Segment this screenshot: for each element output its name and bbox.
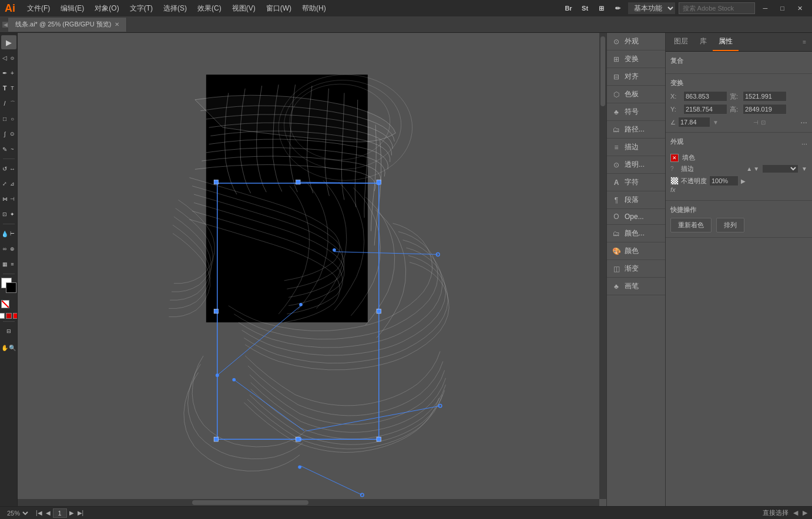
- angle-dropdown-icon[interactable]: ▼: [713, 119, 719, 126]
- panel-stroke[interactable]: ≡ 描边: [607, 139, 665, 156]
- menu-effect[interactable]: 效果(C): [193, 2, 226, 15]
- horizontal-scrollbar[interactable]: [18, 499, 599, 506]
- stroke-down-icon[interactable]: ▼: [753, 166, 759, 172]
- stroke-swatch[interactable]: [6, 282, 16, 293]
- prev-page-button[interactable]: ◀: [45, 510, 52, 516]
- panel-paragraph[interactable]: ¶ 段落: [607, 191, 665, 209]
- constrain-proportions-icon[interactable]: ⊣: [753, 119, 759, 126]
- transform-options-icon[interactable]: ⊡: [761, 119, 766, 126]
- canvas-area[interactable]: [18, 33, 606, 506]
- zoom-tool[interactable]: 🔍: [9, 341, 16, 355]
- angle-input[interactable]: [678, 117, 710, 127]
- recolor-button[interactable]: 重新着色: [670, 218, 712, 232]
- blob-tool[interactable]: ⊙: [9, 127, 16, 141]
- search-input[interactable]: [679, 2, 755, 14]
- menu-view[interactable]: 视图(V): [227, 2, 260, 15]
- menu-edit[interactable]: 编辑(E): [56, 2, 89, 15]
- no-fill-icon[interactable]: [1, 300, 9, 308]
- free-transform-tool[interactable]: ⊡: [1, 207, 8, 221]
- vertical-scrollbar[interactable]: [599, 33, 606, 499]
- panel-collapse[interactable]: ◀: [2, 22, 8, 28]
- scroll-thumb-h[interactable]: [192, 500, 308, 505]
- menu-file[interactable]: 文件(F): [22, 2, 55, 15]
- mini-red-swatch[interactable]: [6, 313, 12, 319]
- panel-character[interactable]: A 字符: [607, 174, 665, 191]
- menu-select[interactable]: 选择(S): [159, 2, 192, 15]
- close-button[interactable]: ✕: [793, 5, 807, 12]
- pencil-tool[interactable]: ✎: [1, 142, 8, 156]
- rotate-tool[interactable]: ↺: [1, 161, 8, 176]
- appearance-three-dots[interactable]: ···: [801, 140, 807, 148]
- mini-white-swatch[interactable]: [0, 313, 5, 319]
- panel-appearance[interactable]: ⊙ 外观: [607, 33, 665, 50]
- tool-arrow-left-icon[interactable]: ◀: [793, 509, 798, 517]
- maximize-button[interactable]: □: [776, 5, 789, 12]
- stroke-select[interactable]: [763, 165, 798, 173]
- add-anchor-tool[interactable]: +: [9, 66, 16, 80]
- y-input[interactable]: [683, 104, 727, 114]
- menu-type[interactable]: 文字(T): [125, 2, 157, 15]
- panel-transform[interactable]: ⊞ 变换: [607, 50, 665, 68]
- tab-library[interactable]: 库: [694, 33, 713, 51]
- shear-tool[interactable]: ⊿: [9, 177, 16, 191]
- last-page-button[interactable]: ▶|: [76, 510, 85, 516]
- arrange-button[interactable]: 排列: [716, 218, 744, 232]
- tool-arrow-right-icon[interactable]: ▶: [803, 509, 807, 517]
- transform-three-dots[interactable]: ···: [800, 117, 807, 127]
- pen-tool[interactable]: ✒: [1, 66, 8, 80]
- panel-opentype[interactable]: O Ope...: [607, 209, 665, 225]
- tab-close-icon[interactable]: ✕: [115, 21, 119, 28]
- warp-tool[interactable]: ⋈: [1, 192, 8, 206]
- smooth-tool[interactable]: ~: [9, 142, 16, 156]
- document-tab[interactable]: 线条.ai* @ 25% (RGB/GPU 预览) ✕: [8, 18, 127, 32]
- next-page-button[interactable]: ▶: [68, 510, 75, 516]
- reflect-tool[interactable]: ↔: [9, 161, 16, 176]
- ellipse-tool[interactable]: ○: [9, 112, 16, 126]
- lasso-tool[interactable]: ⌾: [9, 50, 16, 65]
- scroll-thumb-v[interactable]: [600, 36, 605, 106]
- blend-tool[interactable]: ∞: [1, 242, 8, 256]
- panel-pathfinder[interactable]: 🗂 路径...: [607, 121, 665, 139]
- hand-tool[interactable]: ✋: [1, 341, 8, 355]
- width-tool[interactable]: ⊣: [9, 192, 16, 206]
- pen-icon[interactable]: ✏: [612, 2, 625, 15]
- bridge-icon[interactable]: Br: [562, 2, 575, 15]
- panel-transparency[interactable]: ⊙ 透明...: [607, 156, 665, 174]
- opacity-arrow-icon[interactable]: ▶: [741, 178, 746, 184]
- tab-layers[interactable]: 图层: [668, 33, 694, 51]
- panel-gradient[interactable]: ◫ 渐变: [607, 260, 665, 278]
- panel-symbols[interactable]: ♣ 符号: [607, 103, 665, 121]
- puppet-warp-tool[interactable]: ✦: [9, 207, 16, 221]
- fill-swatch-icon[interactable]: ✕: [670, 154, 679, 162]
- type-tool[interactable]: T: [1, 81, 8, 95]
- stock-icon[interactable]: St: [579, 2, 592, 15]
- selection-tool[interactable]: ▶: [1, 35, 16, 49]
- panel-align[interactable]: ⊟ 对齐: [607, 68, 665, 86]
- arrange-icon[interactable]: ⊞: [595, 2, 608, 15]
- bar-graph-tool[interactable]: ≡: [9, 257, 16, 271]
- rectangle-tool[interactable]: □: [1, 112, 8, 126]
- type-vertical-tool[interactable]: T: [9, 81, 16, 95]
- tab-properties[interactable]: 属性: [713, 33, 739, 51]
- paintbrush-tool[interactable]: ∫: [1, 127, 8, 141]
- panel-brush[interactable]: ♣ 画笔: [607, 278, 665, 295]
- zoom-select[interactable]: 25%: [5, 509, 30, 517]
- live-paint-tool[interactable]: ⊕: [9, 242, 16, 256]
- menu-window[interactable]: 窗口(W): [261, 2, 296, 15]
- panel-options-icon[interactable]: ≡: [799, 39, 810, 45]
- panel-swatches[interactable]: ⬡ 色板: [607, 86, 665, 103]
- eyedropper-tool[interactable]: 💧: [1, 227, 8, 241]
- scale-tool[interactable]: ⤢: [1, 177, 8, 191]
- artboard-tool[interactable]: ⊟: [5, 324, 12, 338]
- menu-help[interactable]: 帮助(H): [297, 2, 331, 15]
- panel-color[interactable]: 🎨 颜色: [607, 242, 665, 260]
- h-input[interactable]: [743, 104, 787, 114]
- direct-selection-tool[interactable]: ◁: [1, 50, 8, 65]
- x-input[interactable]: [683, 91, 727, 102]
- opacity-input[interactable]: [709, 176, 739, 186]
- stroke-options-icon[interactable]: ▼: [801, 166, 807, 172]
- mini-red2-swatch[interactable]: [13, 313, 18, 319]
- minimize-button[interactable]: ─: [759, 5, 773, 12]
- stroke-up-icon[interactable]: ▲: [746, 166, 752, 172]
- w-input[interactable]: [743, 91, 787, 102]
